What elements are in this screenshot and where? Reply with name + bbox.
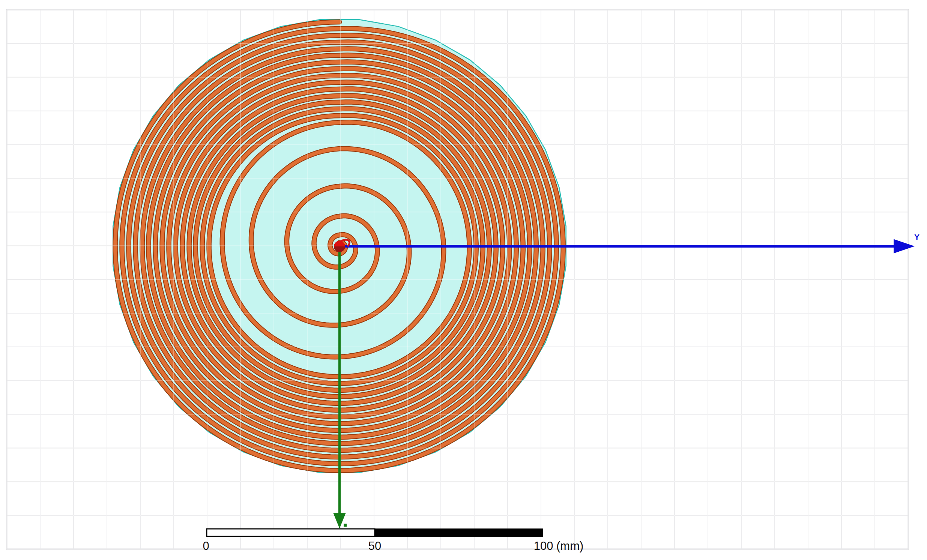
modeler-viewport[interactable]: Y 0 50 100 (mm) bbox=[0, 0, 927, 560]
scale-bar-tick-50: 50 bbox=[368, 540, 381, 552]
scale-bar-white-segment bbox=[207, 529, 375, 536]
scene-canvas[interactable] bbox=[0, 0, 927, 560]
scale-bar-tick-100: 100 (mm) bbox=[534, 540, 584, 552]
scale-bar-black-segment bbox=[375, 528, 543, 537]
scale-bar-tick-0: 0 bbox=[202, 540, 209, 552]
y-axis-arrowhead bbox=[894, 239, 915, 253]
z-axis-label-mark bbox=[343, 524, 346, 527]
y-axis-label: Y bbox=[914, 233, 919, 241]
